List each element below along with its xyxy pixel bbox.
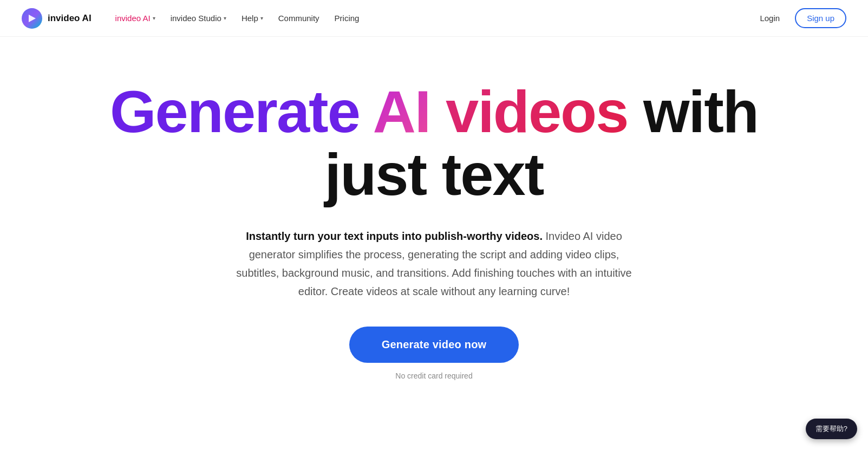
hero-word-with: with	[643, 78, 758, 145]
logo-text: invideo AI	[48, 13, 92, 24]
help-widget-label: 需要帮助?	[815, 425, 847, 433]
nav-label-community: Community	[278, 14, 319, 23]
signup-button[interactable]: Sign up	[795, 8, 846, 28]
hero-word-just-text: just text	[325, 141, 544, 207]
nav-item-invideo-studio[interactable]: invideo Studio ▾	[164, 9, 233, 27]
invideo-logo-icon	[22, 8, 42, 29]
hero-title: Generate AI videos with just text	[110, 80, 758, 205]
hero-section: Generate AI videos with just text Instan…	[0, 37, 868, 402]
hero-word-videos: videos	[446, 78, 628, 145]
chevron-down-icon: ▾	[260, 15, 263, 21]
nav-item-pricing[interactable]: Pricing	[328, 9, 366, 27]
nav-item-community[interactable]: Community	[272, 9, 326, 27]
nav-item-help[interactable]: Help ▾	[235, 9, 270, 27]
hero-word-generate: Generate	[110, 78, 360, 145]
navbar-right: Login Sign up	[753, 8, 846, 28]
hero-subtitle-bold: Instantly turn your text inputs into pub…	[246, 230, 543, 242]
nav-label-invideo-ai: invideo AI	[115, 14, 151, 23]
chevron-down-icon: ▾	[153, 15, 155, 21]
nav-item-invideo-ai[interactable]: invideo AI ▾	[109, 9, 162, 27]
nav-label-invideo-studio: invideo Studio	[171, 14, 221, 23]
nav-label-help: Help	[242, 14, 258, 23]
login-button[interactable]: Login	[753, 9, 786, 27]
help-widget[interactable]: 需要帮助?	[806, 419, 857, 439]
no-credit-card-text: No credit card required	[395, 371, 472, 380]
navbar: invideo AI invideo AI ▾ invideo Studio ▾…	[0, 0, 868, 37]
hero-word-ai: AI	[373, 78, 430, 145]
navbar-left: invideo AI invideo AI ▾ invideo Studio ▾…	[22, 8, 366, 29]
nav-label-pricing: Pricing	[335, 14, 360, 23]
chevron-down-icon: ▾	[224, 15, 226, 21]
logo-link[interactable]: invideo AI	[22, 8, 92, 29]
generate-video-button[interactable]: Generate video now	[349, 327, 519, 363]
hero-subtitle: Instantly turn your text inputs into pub…	[229, 227, 640, 301]
navbar-nav: invideo AI ▾ invideo Studio ▾ Help ▾ Com…	[109, 9, 366, 27]
